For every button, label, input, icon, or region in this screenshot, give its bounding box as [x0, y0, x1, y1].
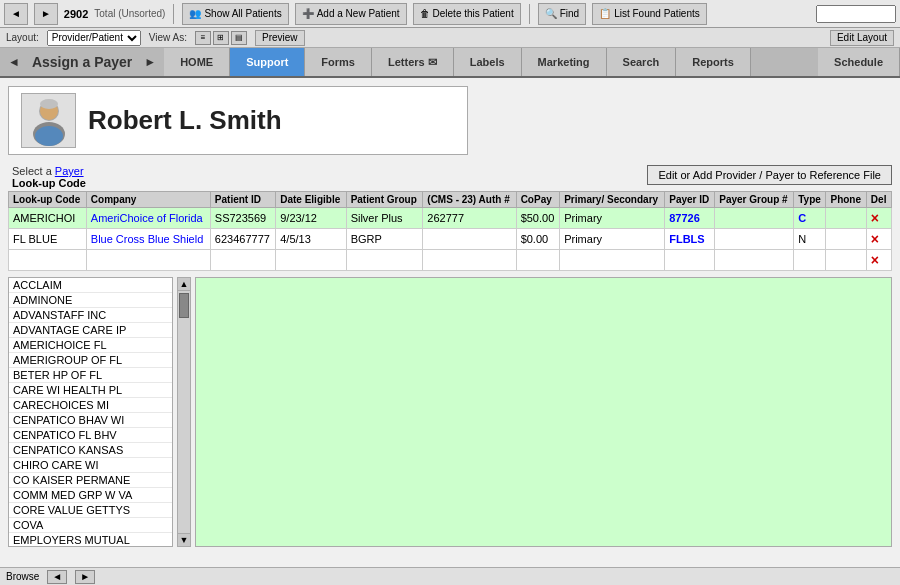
col-patient-id: Patient ID — [210, 192, 275, 208]
find-btn[interactable]: 🔍 Find — [538, 3, 586, 25]
cell-del[interactable]: × — [866, 208, 891, 229]
svg-point-4 — [40, 99, 58, 109]
cell-payer_group — [715, 208, 794, 229]
lookup-list-item[interactable]: CARE WI HEALTH PL — [9, 383, 172, 398]
cell-payer_group — [715, 250, 794, 271]
view-icon-3[interactable]: ▤ — [231, 31, 247, 45]
top-search-area — [816, 5, 896, 23]
record-prev-btn[interactable]: ◄ — [47, 570, 67, 584]
tab-schedule[interactable]: Schedule — [818, 48, 900, 76]
cell-patient_id — [210, 250, 275, 271]
main-content: Robert L. Smith Edit or Add Provider / P… — [0, 78, 900, 585]
payer-link[interactable]: Payer — [55, 165, 84, 177]
edit-layout-btn[interactable]: Edit Layout — [830, 30, 894, 46]
view-icon-1[interactable]: ≡ — [195, 31, 211, 45]
lookup-list-item[interactable]: AMERICHOICE FL — [9, 338, 172, 353]
add-new-btn[interactable]: ➕ Add a New Patient — [295, 3, 407, 25]
lookup-list-item[interactable]: CHIRO CARE WI — [9, 458, 172, 473]
lookup-list-item[interactable]: CARECHOICES MI — [9, 398, 172, 413]
record-next-btn[interactable]: ► — [75, 570, 95, 584]
lookup-list-item[interactable]: BETER HP OF FL — [9, 368, 172, 383]
cell-payer_id — [665, 250, 715, 271]
col-payer-group: Payer Group # — [715, 192, 794, 208]
forward-btn[interactable]: ► — [34, 3, 58, 25]
cell-patient_id: 623467777 — [210, 229, 275, 250]
lookup-list-item[interactable]: COVA — [9, 518, 172, 533]
cell-type: N — [794, 229, 826, 250]
delete-icon: 🗑 — [420, 8, 430, 19]
cell-phone — [826, 208, 866, 229]
back-btn[interactable]: ◄ — [4, 3, 28, 25]
list-found-btn[interactable]: 📋 List Found Patients — [592, 3, 707, 25]
cell-del[interactable]: × — [866, 229, 891, 250]
patient-photo — [21, 93, 76, 148]
cell-date_eligible — [276, 250, 346, 271]
show-all-icon: 👥 — [189, 8, 201, 19]
cell-company: Blue Cross Blue Shield — [86, 229, 210, 250]
lookup-scrollbar[interactable]: ▲ ▼ — [177, 277, 191, 547]
tab-home[interactable]: HOME — [164, 48, 230, 76]
browse-label: Browse — [6, 571, 39, 582]
scroll-down-arrow[interactable]: ▼ — [178, 533, 190, 546]
bottom-bar: Browse ◄ ► — [0, 567, 900, 585]
tab-reports[interactable]: Reports — [676, 48, 751, 76]
svg-point-2 — [35, 126, 63, 146]
delete-btn[interactable]: 🗑 Delete this Patient — [413, 3, 521, 25]
edit-provider-btn[interactable]: Edit or Add Provider / Payer to Referenc… — [647, 165, 892, 185]
lookup-list-item[interactable]: COMM MED GRP W VA — [9, 488, 172, 503]
lookup-list-item[interactable]: AMERIGROUP OF FL — [9, 353, 172, 368]
payer-table: Look-up Code Company Patient ID Date Eli… — [8, 191, 892, 271]
cell-lookup_code: FL BLUE — [9, 229, 87, 250]
tab-divider — [751, 48, 818, 76]
layout-select[interactable]: Provider/Patient — [47, 30, 141, 46]
col-payer-id: Payer ID — [665, 192, 715, 208]
show-all-btn[interactable]: 👥 Show All Patients — [182, 3, 288, 25]
tab-support[interactable]: Support — [230, 48, 305, 76]
cell-type: C — [794, 208, 826, 229]
tab-labels[interactable]: Labels — [454, 48, 522, 76]
tab-marketing[interactable]: Marketing — [522, 48, 607, 76]
scroll-track — [178, 291, 190, 533]
cell-payer_id: 87726 — [665, 208, 715, 229]
select-payer-header: Select a Payer Look-up Code — [8, 165, 647, 189]
scroll-up-arrow[interactable]: ▲ — [178, 278, 190, 291]
lookup-list-item[interactable]: CENPATICO FL BHV — [9, 428, 172, 443]
tab-letters[interactable]: Letters ✉ — [372, 48, 454, 76]
record-count: 2902 — [64, 8, 88, 20]
tab-left-arrow[interactable]: ◄ — [8, 55, 20, 69]
lookup-right-panel — [195, 277, 892, 547]
lookup-list[interactable]: ACCLAIMADMINONEADVANSTAFF INCADVANTAGE C… — [8, 277, 173, 547]
patient-avatar-svg — [24, 96, 74, 146]
col-patient-group: Patient Group — [346, 192, 423, 208]
lookup-list-item[interactable]: CORE VALUE GETTYS — [9, 503, 172, 518]
patient-name: Robert L. Smith — [88, 105, 282, 136]
table-row[interactable]: AMERICHOIAmeriChoice of FloridaSS7235699… — [9, 208, 892, 229]
view-as-label: View As: — [149, 32, 187, 43]
cell-date_eligible: 4/5/13 — [276, 229, 346, 250]
table-row[interactable]: FL BLUEBlue Cross Blue Shield6234677774/… — [9, 229, 892, 250]
cell-phone — [826, 250, 866, 271]
lookup-list-item[interactable]: ADVANSTAFF INC — [9, 308, 172, 323]
lookup-list-item[interactable]: ADMINONE — [9, 293, 172, 308]
top-search-input[interactable] — [816, 5, 896, 23]
cell-patient_group: Silver Plus — [346, 208, 423, 229]
cell-auth — [423, 250, 516, 271]
table-row[interactable]: × — [9, 250, 892, 271]
tab-right-arrow[interactable]: ► — [144, 55, 156, 69]
lookup-list-item[interactable]: ACCLAIM — [9, 278, 172, 293]
patient-header: Robert L. Smith — [8, 86, 468, 155]
lookup-list-item[interactable]: CENPATICO BHAV WI — [9, 413, 172, 428]
lookup-list-item[interactable]: ADVANTAGE CARE IP — [9, 323, 172, 338]
view-icon-2[interactable]: ⊞ — [213, 31, 229, 45]
preview-btn[interactable]: Preview — [255, 30, 305, 46]
lookup-list-item[interactable]: CENPATICO KANSAS — [9, 443, 172, 458]
lookup-list-item[interactable]: EMPLOYERS MUTUAL — [9, 533, 172, 547]
tab-search[interactable]: Search — [607, 48, 677, 76]
lookup-container: ACCLAIMADMINONEADVANSTAFF INCADVANTAGE C… — [8, 277, 892, 547]
col-company: Company — [86, 192, 210, 208]
cell-del[interactable]: × — [866, 250, 891, 271]
view-icons: ≡ ⊞ ▤ — [195, 31, 247, 45]
lookup-list-item[interactable]: CO KAISER PERMANE — [9, 473, 172, 488]
tab-navigation: ◄ Assign a Payer ► HOME Support Forms Le… — [0, 48, 900, 78]
tab-forms[interactable]: Forms — [305, 48, 372, 76]
